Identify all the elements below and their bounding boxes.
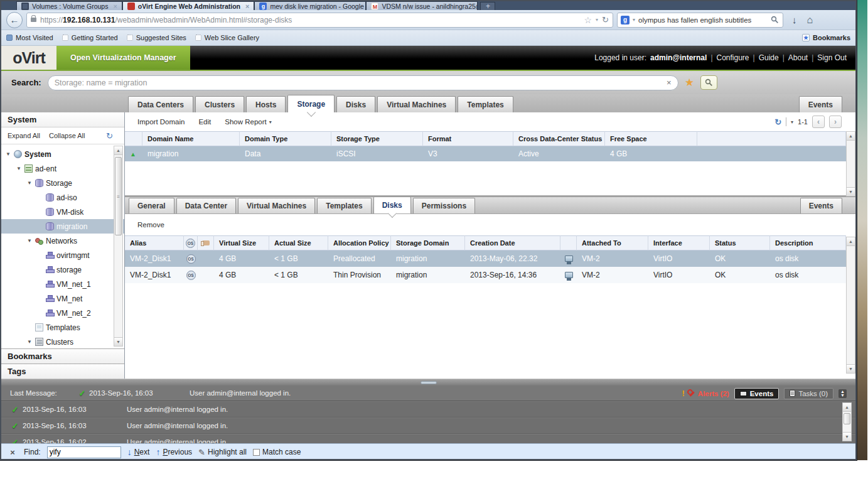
col-domain-name[interactable]: Domain Name: [142, 131, 240, 146]
show-report-button[interactable]: Show Report▾: [225, 118, 272, 126]
expander-icon[interactable]: ▼: [16, 166, 22, 171]
web-search-input[interactable]: [638, 16, 768, 24]
scroll-up-icon[interactable]: ▲: [843, 403, 851, 412]
expander-icon[interactable]: ▼: [5, 151, 11, 157]
bookmark-most-visited[interactable]: Most Visited: [6, 34, 53, 41]
tab-storage[interactable]: Storage: [287, 95, 335, 112]
web-search-bar[interactable]: g ▾: [617, 13, 783, 28]
col-interface[interactable]: Interface: [648, 235, 710, 251]
import-domain-button[interactable]: Import Domain: [137, 118, 185, 126]
prev-page-button[interactable]: ‹: [812, 116, 825, 128]
remove-button[interactable]: Remove: [137, 221, 164, 229]
scroll-down-icon[interactable]: ▼: [843, 432, 851, 441]
home-icon[interactable]: ⌂: [807, 14, 813, 26]
downloads-icon[interactable]: ↓: [792, 14, 797, 25]
url-bar[interactable]: https://192.168.10.131/webadmin/webadmin…: [26, 13, 613, 28]
tree-item-networks[interactable]: ▼Networks: [1, 234, 124, 248]
tab-data-centers[interactable]: Data Centers: [128, 96, 193, 112]
scroll-down-icon[interactable]: ▼: [847, 364, 855, 373]
tree-item-vm-net-1[interactable]: VM_net_1: [1, 277, 124, 291]
tree-item-vm-net[interactable]: VM_net: [1, 291, 124, 306]
col-storage-domain[interactable]: Storage Domain: [391, 235, 465, 251]
highlight-all-button[interactable]: ✎Highlight all: [198, 448, 247, 457]
engine-dropdown-icon[interactable]: ▾: [633, 17, 635, 23]
tab-disks[interactable]: Disks: [336, 96, 375, 112]
match-case-checkbox[interactable]: Match case: [253, 448, 301, 456]
shareable-column-icon[interactable]: [198, 235, 214, 251]
google-engine-icon[interactable]: g: [621, 16, 630, 24]
tab-templates[interactable]: Templates: [458, 96, 513, 112]
subtab-data-center[interactable]: Data Center: [176, 198, 236, 213]
subtab-permissions[interactable]: Permissions: [413, 198, 475, 213]
disks-grid-scrollbar[interactable]: ▲ ▼: [846, 237, 855, 374]
browser-tab-google-search[interactable]: g mev disk live migration - Google Sear.…: [254, 1, 366, 10]
expander-icon[interactable]: ▼: [26, 180, 33, 186]
tree-item-clusters[interactable]: ▼Clusters: [1, 335, 124, 348]
tree-item-ad-ent[interactable]: ▼ad-ent: [1, 161, 124, 176]
subtab-general[interactable]: General: [129, 198, 174, 213]
col-virtual-size[interactable]: Virtual Size: [214, 235, 269, 251]
bookmark-web-slice-gallery[interactable]: Web Slice Gallery: [195, 34, 259, 41]
col-status[interactable]: Status: [710, 235, 770, 251]
col-storage-type[interactable]: Storage Type: [331, 131, 423, 146]
collapse-all-link[interactable]: Collapse All: [49, 132, 85, 139]
os-column-icon[interactable]: OS: [184, 235, 198, 251]
grid-refresh-icon[interactable]: ↻: [774, 117, 781, 127]
tree-item-ovirtmgmt[interactable]: ovirtmgmt: [1, 248, 124, 262]
url-dropdown-icon[interactable]: ▾: [596, 17, 598, 23]
bookmark-star-icon[interactable]: ☆: [584, 15, 592, 25]
disk-row-2[interactable]: VM-2_Disk1 OS 4 GB < 1 GB Thin Provision…: [125, 267, 846, 283]
tasks-button[interactable]: Tasks (0): [784, 388, 833, 399]
app-search-input[interactable]: [55, 78, 667, 87]
refresh-options-icon[interactable]: ▾: [791, 119, 793, 125]
tab-clusters[interactable]: Clusters: [195, 96, 244, 112]
scroll-down-icon[interactable]: ▼: [114, 337, 122, 346]
browser-tab-gmail[interactable]: M VDSM n/w issue - anildhingra25@gm... ×: [366, 1, 478, 10]
sign-out-link[interactable]: Sign Out: [817, 53, 847, 62]
disk-row-1[interactable]: VM-2_Disk1 OS 4 GB < 1 GB Preallocated m…: [125, 251, 846, 267]
scroll-up-icon[interactable]: ▲: [114, 146, 122, 155]
divider-grip[interactable]: [421, 381, 437, 384]
edit-button[interactable]: Edit: [198, 118, 211, 126]
storage-row-migration[interactable]: ▲ migration Data iSCSI V3 Active 4 GB: [125, 146, 846, 161]
tree-item-migration[interactable]: migration: [1, 219, 124, 234]
scroll-down-icon[interactable]: ▼: [847, 187, 855, 196]
event-row[interactable]: ✓ 2013-Sep-16, 16:03 User admin@internal…: [1, 401, 855, 418]
scroll-thumb[interactable]: [844, 413, 850, 424]
configure-link[interactable]: Configure: [717, 53, 749, 62]
find-close-icon[interactable]: ×: [8, 448, 18, 457]
expander-icon[interactable]: ▼: [26, 238, 33, 244]
events-main-button[interactable]: Events: [799, 96, 842, 112]
footer-resize-divider[interactable]: [1, 379, 855, 385]
search-go-button[interactable]: [700, 75, 717, 90]
col-actual-size[interactable]: Actual Size: [269, 235, 328, 251]
tree-item-templates[interactable]: Templates: [1, 320, 124, 335]
tab-virtual-machines[interactable]: Virtual Machines: [377, 96, 456, 112]
about-link[interactable]: About: [788, 53, 808, 62]
tree-item-vm-disk[interactable]: VM-disk: [1, 205, 124, 219]
footer-expand-collapse-toggle[interactable]: ▲▼: [839, 389, 847, 398]
bookmark-suggested-sites[interactable]: Suggested Sites: [127, 34, 186, 41]
search-magnifier-icon[interactable]: [771, 16, 780, 24]
guide-link[interactable]: Guide: [759, 53, 779, 62]
col-format[interactable]: Format: [423, 131, 513, 146]
storage-grid-scrollbar[interactable]: ▲ ▼: [846, 131, 855, 197]
scroll-up-icon[interactable]: ▲: [847, 237, 855, 246]
tab-hosts[interactable]: Hosts: [246, 96, 286, 112]
tree-scrollbar[interactable]: ▲ ≡ ▼: [114, 146, 123, 347]
tab-close-icon[interactable]: ×: [113, 3, 117, 10]
event-row[interactable]: ✓ 2013-Sep-16, 16:02 User admin@internal…: [1, 434, 855, 443]
events-scrollbar[interactable]: ▲ ▼: [842, 402, 852, 441]
tree-item-storage-net[interactable]: storage: [1, 262, 124, 277]
bookmarks-menu-button[interactable]: ★Bookmarks: [802, 34, 850, 41]
events-footer-button[interactable]: Events: [734, 388, 780, 399]
find-input[interactable]: [47, 446, 121, 458]
browser-tab-volumes[interactable]: Volumes : Volume Groups ×: [16, 1, 122, 10]
search-bookmark-star-icon[interactable]: ★: [685, 76, 694, 89]
sidebar-section-bookmarks[interactable]: Bookmarks: [1, 348, 124, 364]
col-allocation-policy[interactable]: Allocation Policy: [328, 235, 391, 251]
event-row[interactable]: ✓ 2013-Sep-16, 16:03 User admin@internal…: [1, 418, 855, 434]
reload-icon[interactable]: ↻: [602, 15, 609, 24]
browser-tab-ovirt[interactable]: oVirt Engine Web Administration ×: [122, 1, 255, 10]
find-next-button[interactable]: ↓Next: [127, 447, 150, 457]
